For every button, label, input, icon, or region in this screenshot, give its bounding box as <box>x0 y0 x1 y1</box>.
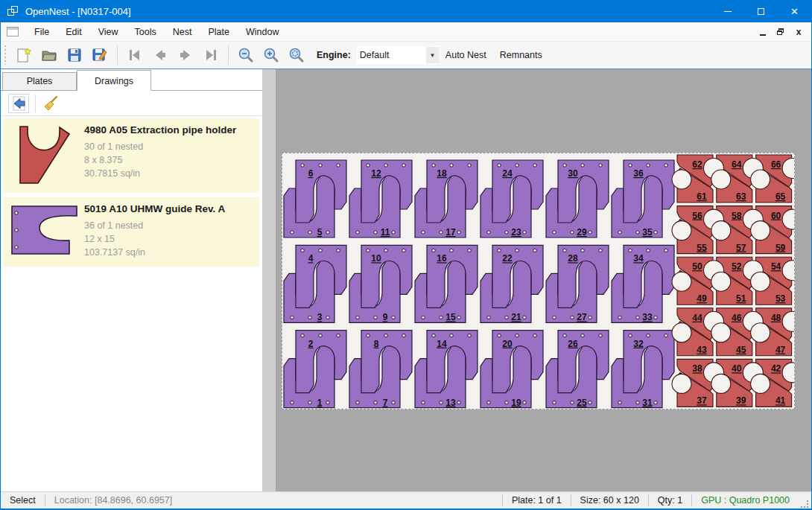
part-number: 27 <box>577 312 587 322</box>
part-number: 54 <box>771 261 781 272</box>
part-number: 52 <box>732 261 742 272</box>
part-number: 44 <box>692 313 702 323</box>
status-bar: Select Location: [84.8696, 60.6957] Plat… <box>1 491 811 510</box>
next-plate-icon <box>177 47 194 63</box>
engine-value: Default <box>357 50 426 60</box>
new-file-icon <box>16 47 32 63</box>
part-number: 28 <box>568 253 578 264</box>
main-toolbar: Engine: Default ▼ Auto Nest Remnants <box>1 42 811 69</box>
opennest-window: OpenNest - [N0317-004] ✕ File Edit View … <box>0 0 812 510</box>
nest-canvas[interactable]: 6512111817242330293635431091615222128273… <box>276 69 811 491</box>
part-number: 12 <box>371 168 381 179</box>
part-number: 7 <box>383 398 388 408</box>
menu-tools[interactable]: Tools <box>127 22 165 42</box>
part-number: 55 <box>697 243 707 253</box>
part-thumbnail-red <box>10 124 72 185</box>
remnants-button[interactable]: Remnants <box>493 45 549 66</box>
next-plate-button[interactable] <box>174 44 197 66</box>
clean-button[interactable] <box>40 94 61 113</box>
part-number: 21 <box>511 312 521 322</box>
part-number: 51 <box>736 293 746 304</box>
toolbar-grip[interactable] <box>3 45 7 65</box>
chevron-down-icon[interactable]: ▼ <box>426 47 439 63</box>
plate[interactable]: 6512111817242330293635431091615222128273… <box>282 153 795 409</box>
part-number: 33 <box>642 312 653 322</box>
mdi-close-button[interactable]: x <box>790 25 807 39</box>
close-button[interactable]: ✕ <box>778 0 811 22</box>
minimize-icon <box>724 11 732 12</box>
part-number: 4 <box>308 253 314 264</box>
previous-plate-button[interactable] <box>149 44 171 66</box>
part-number: 3 <box>317 312 323 322</box>
part-number: 53 <box>775 293 786 304</box>
part-number: 26 <box>568 339 578 349</box>
part-number: 17 <box>445 227 456 238</box>
part-number: 41 <box>775 395 786 406</box>
broom-icon <box>42 95 60 112</box>
auto-nest-button[interactable]: Auto Nest <box>439 45 493 66</box>
tab-drawings[interactable]: Drawings <box>77 70 151 91</box>
part-number: 30 <box>568 168 578 179</box>
part-number: 64 <box>732 159 742 170</box>
menu-view[interactable]: View <box>90 22 127 42</box>
resize-grip[interactable] <box>800 500 809 509</box>
zoom-in-button[interactable] <box>260 44 282 66</box>
part-number: 8 <box>374 339 379 349</box>
new-file-button[interactable] <box>13 44 35 66</box>
part-number: 57 <box>736 243 746 253</box>
menu-bar: File Edit View Tools Nest Plate Window x <box>1 22 811 42</box>
menu-window[interactable]: Window <box>238 22 287 42</box>
open-folder-icon <box>41 47 57 63</box>
part-number: 58 <box>732 211 742 221</box>
part-number: 32 <box>633 339 644 349</box>
part-number: 62 <box>692 159 702 170</box>
part-number: 43 <box>697 345 707 355</box>
drawings-panel: Plates Drawings <box>1 69 263 491</box>
save-button[interactable] <box>63 44 86 66</box>
status-size: Size: 60 x 120 <box>571 495 648 506</box>
app-icon <box>7 6 19 16</box>
status-mode: Select <box>1 495 45 506</box>
part-number: 50 <box>692 261 702 272</box>
engine-combobox[interactable]: Default ▼ <box>357 46 439 64</box>
part-number: 61 <box>697 191 707 202</box>
window-title: OpenNest - [N0317-004] <box>25 6 131 17</box>
zoom-fit-button[interactable] <box>285 44 308 66</box>
open-button[interactable] <box>38 44 60 66</box>
part-number: 15 <box>445 312 456 322</box>
menu-file[interactable]: File <box>26 22 57 42</box>
maximize-button[interactable] <box>744 0 778 22</box>
first-plate-button[interactable] <box>124 44 146 66</box>
mdi-close-icon: x <box>796 28 802 36</box>
menu-nest[interactable]: Nest <box>165 22 200 42</box>
part-number: 38 <box>692 363 702 374</box>
close-icon: ✕ <box>790 7 799 16</box>
maximize-icon <box>758 8 764 15</box>
tab-plates[interactable]: Plates <box>2 72 77 90</box>
drawing-area: 103.7137 sq/in <box>84 246 225 259</box>
back-arrow-button[interactable] <box>8 94 29 113</box>
minimize-button[interactable] <box>711 0 744 22</box>
part-number: 46 <box>732 313 742 323</box>
panel-splitter[interactable] <box>263 69 276 491</box>
drawing-item-5019[interactable]: 5019 A10 UHMW guide Rev. A 36 of 1 neste… <box>4 197 259 267</box>
engine-label: Engine: <box>317 50 351 60</box>
title-bar: OpenNest - [N0317-004] ✕ <box>1 0 811 22</box>
drawing-list: 4980 A05 Extraction pipe holder 30 of 1 … <box>1 116 262 269</box>
save-as-button[interactable] <box>89 44 111 66</box>
last-plate-button[interactable] <box>200 44 222 66</box>
zoom-out-button[interactable] <box>235 44 257 66</box>
mdi-document-icon[interactable] <box>7 27 19 36</box>
part-number: 10 <box>371 253 381 264</box>
drawing-item-4980[interactable]: 4980 A05 Extraction pipe holder 30 of 1 … <box>4 118 259 193</box>
menu-edit[interactable]: Edit <box>57 22 90 42</box>
part-number: 19 <box>511 398 521 408</box>
part-number: 14 <box>437 339 447 349</box>
drawings-toolbar <box>1 91 262 116</box>
mdi-restore-button[interactable] <box>773 25 789 39</box>
part-number: 24 <box>502 168 513 179</box>
drawing-title: 4980 A05 Extraction pipe holder <box>84 124 236 136</box>
part-number: 65 <box>775 191 786 202</box>
mdi-minimize-button[interactable] <box>755 25 771 39</box>
menu-plate[interactable]: Plate <box>200 22 238 42</box>
